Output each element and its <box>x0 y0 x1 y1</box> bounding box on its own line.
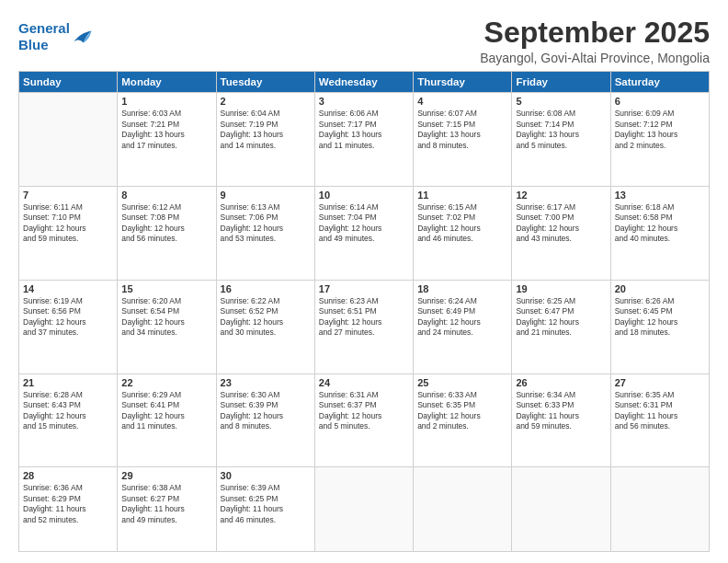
day-info: Sunrise: 6:33 AMSunset: 6:35 PMDaylight:… <box>417 390 507 432</box>
calendar-cell: 4Sunrise: 6:07 AMSunset: 7:15 PMDaylight… <box>414 93 512 187</box>
day-number: 15 <box>121 283 211 294</box>
day-number: 4 <box>417 96 507 107</box>
day-number: 12 <box>516 190 606 201</box>
calendar-cell: 26Sunrise: 6:34 AMSunset: 6:33 PMDayligh… <box>512 373 610 467</box>
day-number: 5 <box>516 96 606 107</box>
weekday-header-tuesday: Tuesday <box>216 72 314 93</box>
calendar-cell <box>19 93 118 187</box>
logo: General Blue <box>18 20 93 53</box>
day-info: Sunrise: 6:29 AMSunset: 6:41 PMDaylight:… <box>121 390 211 432</box>
weekday-header-wednesday: Wednesday <box>314 72 413 93</box>
calendar-cell: 17Sunrise: 6:23 AMSunset: 6:51 PMDayligh… <box>314 280 413 373</box>
day-info: Sunrise: 6:36 AMSunset: 6:29 PMDaylight:… <box>23 483 113 525</box>
calendar-cell: 19Sunrise: 6:25 AMSunset: 6:47 PMDayligh… <box>512 280 610 373</box>
day-info: Sunrise: 6:15 AMSunset: 7:02 PMDaylight:… <box>417 202 507 245</box>
calendar-cell: 28Sunrise: 6:36 AMSunset: 6:29 PMDayligh… <box>19 467 118 552</box>
calendar-cell: 23Sunrise: 6:30 AMSunset: 6:39 PMDayligh… <box>216 373 314 467</box>
calendar-cell: 10Sunrise: 6:14 AMSunset: 7:04 PMDayligh… <box>314 186 413 280</box>
day-info: Sunrise: 6:08 AMSunset: 7:14 PMDaylight:… <box>516 109 606 151</box>
title-block: September 2025 Bayangol, Govi-Altai Prov… <box>480 17 710 65</box>
weekday-header-row: SundayMondayTuesdayWednesdayThursdayFrid… <box>19 72 710 93</box>
day-number: 19 <box>516 283 606 294</box>
day-info: Sunrise: 6:30 AMSunset: 6:39 PMDaylight:… <box>221 390 311 432</box>
calendar-cell: 13Sunrise: 6:18 AMSunset: 6:58 PMDayligh… <box>610 186 709 280</box>
calendar-cell: 1Sunrise: 6:03 AMSunset: 7:21 PMDaylight… <box>118 93 216 187</box>
weekday-header-sunday: Sunday <box>19 72 118 93</box>
calendar-cell: 14Sunrise: 6:19 AMSunset: 6:56 PMDayligh… <box>19 280 118 373</box>
day-info: Sunrise: 6:07 AMSunset: 7:15 PMDaylight:… <box>417 109 507 151</box>
logo-bird-icon <box>73 29 93 45</box>
day-info: Sunrise: 6:24 AMSunset: 6:49 PMDaylight:… <box>417 296 507 339</box>
day-number: 9 <box>221 190 311 201</box>
month-title: September 2025 <box>480 17 710 49</box>
day-info: Sunrise: 6:28 AMSunset: 6:43 PMDaylight:… <box>23 390 113 432</box>
calendar-cell: 11Sunrise: 6:15 AMSunset: 7:02 PMDayligh… <box>414 186 512 280</box>
calendar-cell: 16Sunrise: 6:22 AMSunset: 6:52 PMDayligh… <box>216 280 314 373</box>
day-number: 6 <box>615 96 705 107</box>
day-number: 28 <box>23 470 113 481</box>
week-row-3: 14Sunrise: 6:19 AMSunset: 6:56 PMDayligh… <box>19 280 710 373</box>
calendar-cell: 12Sunrise: 6:17 AMSunset: 7:00 PMDayligh… <box>512 186 610 280</box>
weekday-header-thursday: Thursday <box>414 72 512 93</box>
day-number: 26 <box>516 377 606 388</box>
day-number: 24 <box>319 377 409 388</box>
calendar-cell: 22Sunrise: 6:29 AMSunset: 6:41 PMDayligh… <box>118 373 216 467</box>
day-info: Sunrise: 6:38 AMSunset: 6:27 PMDaylight:… <box>121 483 211 525</box>
calendar-cell <box>610 467 709 552</box>
day-number: 27 <box>615 377 705 388</box>
day-info: Sunrise: 6:12 AMSunset: 7:08 PMDaylight:… <box>121 202 211 245</box>
calendar-cell: 8Sunrise: 6:12 AMSunset: 7:08 PMDaylight… <box>118 186 216 280</box>
calendar-cell: 18Sunrise: 6:24 AMSunset: 6:49 PMDayligh… <box>414 280 512 373</box>
day-number: 13 <box>615 190 705 201</box>
week-row-4: 21Sunrise: 6:28 AMSunset: 6:43 PMDayligh… <box>19 373 710 467</box>
day-info: Sunrise: 6:26 AMSunset: 6:45 PMDaylight:… <box>615 296 705 339</box>
day-number: 22 <box>121 377 211 388</box>
day-number: 3 <box>319 96 409 107</box>
calendar-cell: 29Sunrise: 6:38 AMSunset: 6:27 PMDayligh… <box>118 467 216 552</box>
day-info: Sunrise: 6:31 AMSunset: 6:37 PMDaylight:… <box>319 390 409 432</box>
week-row-1: 1Sunrise: 6:03 AMSunset: 7:21 PMDaylight… <box>19 93 710 187</box>
day-number: 21 <box>23 377 113 388</box>
day-number: 29 <box>121 470 211 481</box>
calendar-cell: 30Sunrise: 6:39 AMSunset: 6:25 PMDayligh… <box>216 467 314 552</box>
day-info: Sunrise: 6:39 AMSunset: 6:25 PMDaylight:… <box>221 483 311 525</box>
weekday-header-friday: Friday <box>512 72 610 93</box>
day-info: Sunrise: 6:25 AMSunset: 6:47 PMDaylight:… <box>516 296 606 339</box>
day-info: Sunrise: 6:04 AMSunset: 7:19 PMDaylight:… <box>221 109 311 151</box>
calendar-cell: 20Sunrise: 6:26 AMSunset: 6:45 PMDayligh… <box>610 280 709 373</box>
day-number: 14 <box>23 283 113 294</box>
header: General Blue September 2025 Bayangol, Go… <box>18 17 710 65</box>
day-info: Sunrise: 6:13 AMSunset: 7:06 PMDaylight:… <box>221 202 311 245</box>
day-number: 16 <box>221 283 311 294</box>
day-number: 23 <box>221 377 311 388</box>
calendar-cell: 24Sunrise: 6:31 AMSunset: 6:37 PMDayligh… <box>314 373 413 467</box>
day-info: Sunrise: 6:22 AMSunset: 6:52 PMDaylight:… <box>221 296 311 339</box>
logo-subtext: Blue <box>18 37 70 53</box>
day-info: Sunrise: 6:20 AMSunset: 6:54 PMDaylight:… <box>121 296 211 339</box>
day-info: Sunrise: 6:18 AMSunset: 6:58 PMDaylight:… <box>615 202 705 245</box>
day-number: 2 <box>221 96 311 107</box>
day-info: Sunrise: 6:34 AMSunset: 6:33 PMDaylight:… <box>516 390 606 432</box>
calendar-cell: 2Sunrise: 6:04 AMSunset: 7:19 PMDaylight… <box>216 93 314 187</box>
calendar-page: General Blue September 2025 Bayangol, Go… <box>0 0 728 563</box>
day-number: 7 <box>23 190 113 201</box>
day-number: 18 <box>417 283 507 294</box>
calendar-table: SundayMondayTuesdayWednesdayThursdayFrid… <box>18 71 710 552</box>
day-number: 20 <box>615 283 705 294</box>
calendar-cell: 7Sunrise: 6:11 AMSunset: 7:10 PMDaylight… <box>19 186 118 280</box>
calendar-cell: 21Sunrise: 6:28 AMSunset: 6:43 PMDayligh… <box>19 373 118 467</box>
day-info: Sunrise: 6:14 AMSunset: 7:04 PMDaylight:… <box>319 202 409 245</box>
calendar-cell: 5Sunrise: 6:08 AMSunset: 7:14 PMDaylight… <box>512 93 610 187</box>
calendar-cell: 3Sunrise: 6:06 AMSunset: 7:17 PMDaylight… <box>314 93 413 187</box>
day-number: 17 <box>319 283 409 294</box>
day-info: Sunrise: 6:17 AMSunset: 7:00 PMDaylight:… <box>516 202 606 245</box>
day-number: 30 <box>221 470 311 481</box>
day-info: Sunrise: 6:19 AMSunset: 6:56 PMDaylight:… <box>23 296 113 339</box>
day-info: Sunrise: 6:06 AMSunset: 7:17 PMDaylight:… <box>319 109 409 151</box>
day-number: 25 <box>417 377 507 388</box>
day-number: 11 <box>417 190 507 201</box>
weekday-header-monday: Monday <box>118 72 216 93</box>
calendar-cell: 9Sunrise: 6:13 AMSunset: 7:06 PMDaylight… <box>216 186 314 280</box>
calendar-cell <box>314 467 413 552</box>
location: Bayangol, Govi-Altai Province, Mongolia <box>480 51 710 65</box>
